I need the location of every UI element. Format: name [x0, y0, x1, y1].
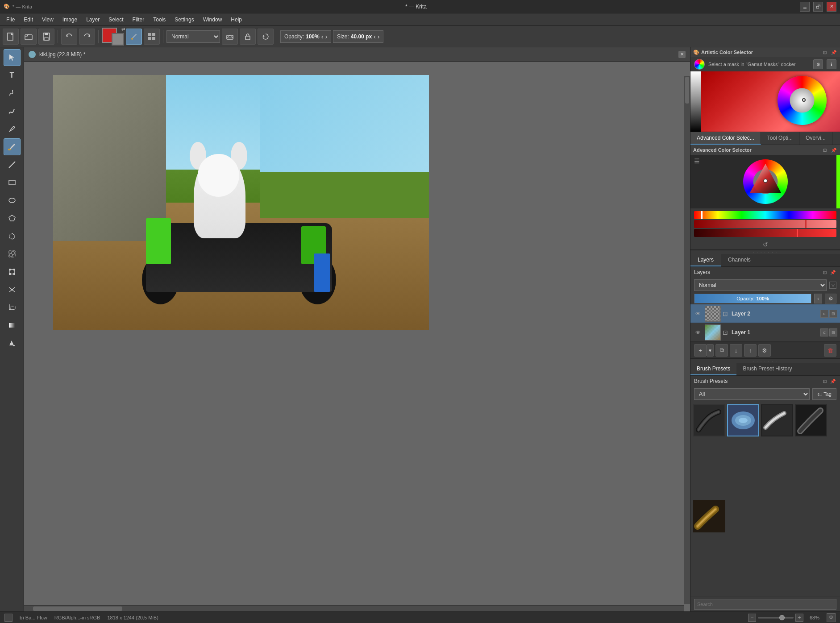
line-tool-button[interactable]: [4, 156, 21, 173]
select-tool-button[interactable]: [4, 49, 21, 66]
layer2-inherit-alpha[interactable]: ⊞: [829, 310, 837, 318]
hue-slider[interactable]: [694, 211, 836, 219]
transform-tool-button[interactable]: [4, 263, 21, 280]
layer1-inherit-alpha[interactable]: ⊞: [829, 328, 837, 336]
minimize-button[interactable]: 🗕: [800, 2, 810, 12]
freehand-tool-button[interactable]: [4, 85, 21, 102]
acs-color-wheel[interactable]: [778, 76, 827, 125]
add-layer-dropdown[interactable]: ▼: [707, 344, 714, 357]
polygon-tool-button[interactable]: [4, 210, 21, 227]
acs2-pin-button[interactable]: 📌: [830, 146, 837, 154]
brush-preset-2[interactable]: [727, 404, 759, 436]
undo-button[interactable]: [61, 29, 77, 45]
brush-preset-4[interactable]: [795, 404, 827, 436]
brush-preset-1[interactable]: [693, 404, 725, 436]
menu-image[interactable]: Image: [58, 15, 82, 25]
erase-button[interactable]: [222, 29, 238, 45]
brush-preset-3[interactable]: [761, 404, 793, 436]
acs-settings-button[interactable]: ⚙: [813, 59, 823, 69]
size-decrease-button[interactable]: ‹: [374, 33, 376, 40]
color-selector[interactable]: ⇄: [102, 28, 124, 46]
brush-preset-5[interactable]: [693, 500, 725, 532]
contiguous-select-button[interactable]: [4, 245, 21, 262]
brush-filter-select[interactable]: All: [694, 388, 810, 400]
pattern-button[interactable]: [144, 29, 160, 45]
acs-float-button[interactable]: ⊡: [821, 49, 828, 56]
tab-layers[interactable]: Layers: [690, 254, 721, 266]
pen-tool-button[interactable]: [4, 120, 21, 137]
maximize-button[interactable]: 🗗: [813, 2, 823, 12]
acs2-wheel-area[interactable]: ☰: [690, 155, 840, 208]
fill-tool-button[interactable]: [4, 335, 21, 352]
scrollbar-thumb-v[interactable]: [685, 77, 689, 104]
opacity-increase-button[interactable]: ›: [325, 33, 327, 40]
opacity-decrease-button[interactable]: ‹: [321, 33, 324, 40]
menu-file[interactable]: File: [2, 15, 19, 25]
background-color[interactable]: [112, 33, 124, 46]
layer-row-1[interactable]: 👁 ⊡ Layer 1 α ⊞: [690, 323, 840, 342]
open-button[interactable]: [21, 29, 37, 45]
menu-settings[interactable]: Settings: [170, 15, 198, 25]
acs2-list-icon[interactable]: ☰: [694, 158, 700, 165]
layers-float-button[interactable]: ⊡: [821, 269, 828, 276]
menu-filter[interactable]: Filter: [128, 15, 149, 25]
add-layer-button[interactable]: +: [694, 344, 707, 357]
rectangle-tool-button[interactable]: [4, 174, 21, 191]
save-button[interactable]: [38, 29, 54, 45]
menu-window[interactable]: Window: [199, 15, 227, 25]
layers-filter-button[interactable]: ▽: [829, 282, 836, 289]
layer-row-2[interactable]: 👁 ⊡ Layer 2 α ⊞: [690, 304, 840, 323]
delete-layer-button[interactable]: 🗑: [824, 344, 836, 357]
brush-search-input[interactable]: [694, 599, 836, 610]
tab-tool-options[interactable]: Tool Opti...: [761, 132, 799, 145]
zoom-track[interactable]: [758, 617, 794, 619]
vertical-scrollbar[interactable]: [684, 76, 690, 604]
brush-tool-button[interactable]: [126, 29, 142, 45]
brush-tag-button[interactable]: 🏷 Tag: [812, 388, 836, 400]
acs-color-canvas[interactable]: [690, 71, 840, 132]
layer2-lock-alpha[interactable]: α: [820, 310, 828, 318]
layer2-visibility-button[interactable]: 👁: [693, 309, 703, 319]
horizontal-scrollbar[interactable]: [24, 605, 684, 611]
scrollbar-thumb-h[interactable]: [33, 606, 122, 611]
zoom-slider[interactable]: − + 68%: [748, 614, 819, 622]
blend-mode-select[interactable]: Normal Multiply Screen Overlay: [166, 30, 220, 43]
brush-float-button[interactable]: ⊡: [821, 378, 828, 385]
layer-style-button[interactable]: ⚙: [758, 344, 771, 357]
gradient-tool-button[interactable]: [4, 317, 21, 334]
acs-brightness-strip[interactable]: [690, 71, 701, 132]
menu-layer[interactable]: Layer: [82, 15, 104, 25]
menu-edit[interactable]: Edit: [19, 15, 37, 25]
crop-tool-button[interactable]: [4, 299, 21, 316]
zoom-out-button[interactable]: −: [748, 614, 756, 622]
close-button[interactable]: ✕: [827, 2, 836, 12]
layers-blend-mode-select[interactable]: Normal Multiply Screen: [694, 279, 827, 291]
acs2-right-bar[interactable]: [836, 155, 840, 208]
reset-button[interactable]: [258, 29, 274, 45]
zoom-thumb[interactable]: [779, 615, 785, 620]
layer1-lock-alpha[interactable]: α: [820, 328, 828, 336]
titlebar-controls[interactable]: 🗕 🗗 ✕: [800, 2, 836, 12]
layers-opacity-decrease[interactable]: ‹: [814, 294, 822, 303]
acs-info-button[interactable]: ℹ: [827, 59, 836, 69]
canvas-image[interactable]: [53, 75, 429, 330]
value-slider[interactable]: [694, 229, 836, 237]
size-increase-button[interactable]: ›: [378, 33, 380, 40]
layers-opacity-bar[interactable]: Opacity: 100%: [694, 294, 811, 303]
status-options-button[interactable]: ⚙: [827, 613, 836, 622]
tab-channels[interactable]: Channels: [721, 254, 758, 266]
menu-view[interactable]: View: [37, 15, 58, 25]
acs2-color-wheel[interactable]: [743, 159, 788, 204]
ellipse-tool-button[interactable]: [4, 192, 21, 209]
tab-brush-history[interactable]: Brush Preset History: [736, 363, 798, 375]
layer1-visibility-button[interactable]: 👁: [693, 328, 703, 337]
acs-pin-button[interactable]: 📌: [830, 49, 837, 56]
redo-button[interactable]: [79, 29, 95, 45]
layers-properties-button[interactable]: ⚙: [825, 294, 836, 303]
close-tab-button[interactable]: ✕: [678, 51, 686, 58]
calligraphy-tool-button[interactable]: [4, 103, 21, 120]
menu-select[interactable]: Select: [104, 15, 128, 25]
gamut-mask-icon[interactable]: [694, 59, 705, 70]
move-layer-up-button[interactable]: ↑: [744, 344, 757, 357]
text-tool-button[interactable]: T: [4, 67, 21, 84]
